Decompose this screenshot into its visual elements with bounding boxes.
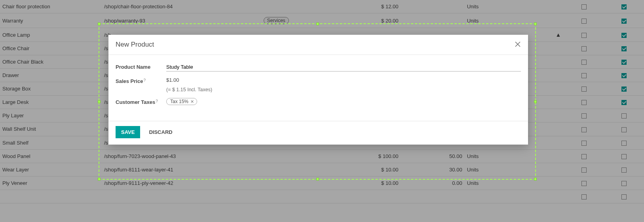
close-icon[interactable] [515, 40, 521, 49]
product-name-input[interactable] [166, 63, 521, 71]
sales-price-label: Sales Price? [116, 77, 166, 84]
customer-taxes-label: Customer Taxes? [116, 98, 166, 105]
remove-tax-icon[interactable]: ✕ [190, 99, 194, 104]
sales-price-value[interactable]: $1.00 [166, 77, 521, 83]
modal-title: New Product [116, 41, 154, 49]
save-button[interactable]: SAVE [116, 126, 140, 138]
product-name-label: Product Name [116, 63, 166, 70]
new-product-modal: New Product Product Name Sales Price? $1… [108, 35, 528, 145]
modal-footer: SAVE DISCARD [108, 121, 528, 145]
modal-header: New Product [108, 35, 528, 55]
modal-body: Product Name Sales Price? $1.00 (= $ 1.1… [108, 55, 528, 121]
discard-button[interactable]: DISCARD [143, 126, 178, 138]
tax-tag-label: Tax 15% [170, 99, 188, 104]
tax-tag[interactable]: Tax 15% ✕ [166, 98, 197, 105]
sales-price-incl-taxes: (= $ 1.15 Incl. Taxes) [166, 87, 521, 92]
